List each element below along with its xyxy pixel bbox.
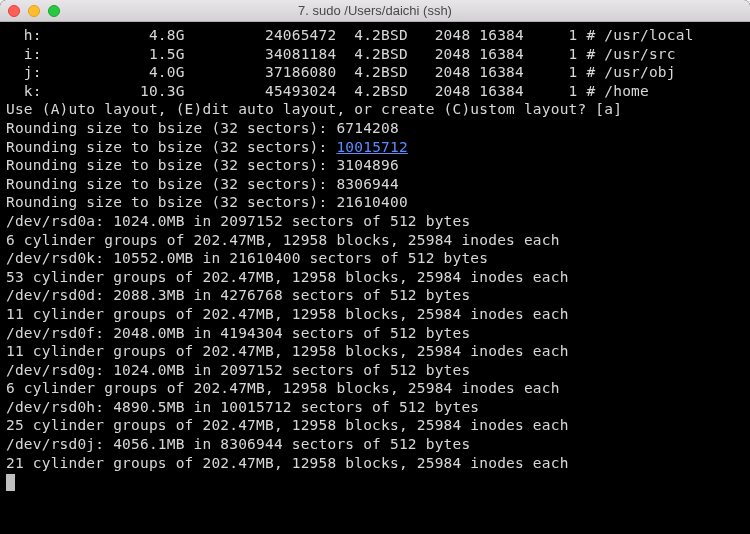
zoom-icon[interactable] [48,5,60,17]
output-line: 21 cylinder groups of 202.47MB, 12958 bl… [6,454,744,473]
output-line: Rounding size to bsize (32 sectors): 671… [6,119,744,138]
minimize-icon[interactable] [28,5,40,17]
output-line: /dev/rsd0d: 2088.3MB in 4276768 sectors … [6,286,744,305]
output-line: 11 cylinder groups of 202.47MB, 12958 bl… [6,305,744,324]
cursor-icon [6,474,15,491]
partition-row: k: 10.3G 45493024 4.2BSD 2048 16384 1 # … [6,82,744,101]
window-controls [8,5,60,17]
partition-row: j: 4.0G 37186080 4.2BSD 2048 16384 1 # /… [6,63,744,82]
output-line: /dev/rsd0g: 1024.0MB in 2097152 sectors … [6,361,744,380]
titlebar: 7. sudo /Users/daichi (ssh) [0,0,750,22]
partition-row: i: 1.5G 34081184 4.2BSD 2048 16384 1 # /… [6,45,744,64]
output-line: 6 cylinder groups of 202.47MB, 12958 blo… [6,231,744,250]
highlighted-value: 10015712 [336,139,407,155]
output-line: /dev/rsd0k: 10552.0MB in 21610400 sector… [6,249,744,268]
output-line: Rounding size to bsize (32 sectors): 216… [6,193,744,212]
terminal-window: 7. sudo /Users/daichi (ssh) h: 4.8G 2406… [0,0,750,534]
output-line: /dev/rsd0f: 2048.0MB in 4194304 sectors … [6,324,744,343]
output-line: Rounding size to bsize (32 sectors): 830… [6,175,744,194]
window-title: 7. sudo /Users/daichi (ssh) [298,3,452,18]
output-line: 11 cylinder groups of 202.47MB, 12958 bl… [6,342,744,361]
output-line: 6 cylinder groups of 202.47MB, 12958 blo… [6,379,744,398]
output-line: 25 cylinder groups of 202.47MB, 12958 bl… [6,416,744,435]
layout-prompt: Use (A)uto layout, (E)dit auto layout, o… [6,100,744,119]
close-icon[interactable] [8,5,20,17]
output-line: /dev/rsd0a: 1024.0MB in 2097152 sectors … [6,212,744,231]
output-line: /dev/rsd0h: 4890.5MB in 10015712 sectors… [6,398,744,417]
output-line: Rounding size to bsize (32 sectors): 100… [6,138,744,157]
output-line: /dev/rsd0j: 4056.1MB in 8306944 sectors … [6,435,744,454]
output-line: Rounding size to bsize (32 sectors): 310… [6,156,744,175]
terminal-output[interactable]: h: 4.8G 24065472 4.2BSD 2048 16384 1 # /… [0,22,750,534]
cursor-line [6,472,744,491]
output-line: 53 cylinder groups of 202.47MB, 12958 bl… [6,268,744,287]
partition-row: h: 4.8G 24065472 4.2BSD 2048 16384 1 # /… [6,26,744,45]
